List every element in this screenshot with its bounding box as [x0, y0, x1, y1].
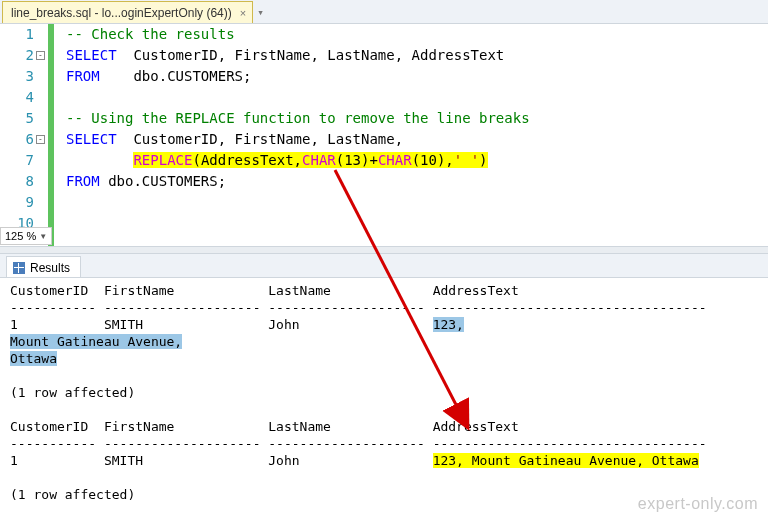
rows-affected: (1 row affected) — [10, 487, 135, 502]
result-row: 1 SMITH John — [10, 317, 433, 332]
file-tab-title: line_breaks.sql - lo...oginExpertOnly (6… — [11, 6, 232, 20]
pin-icon[interactable]: ▾ — [257, 1, 264, 23]
code-area[interactable]: -- Check the resultsSELECT CustomerID, F… — [48, 24, 530, 246]
results-header: CustomerID FirstName LastName AddressTex… — [10, 283, 519, 298]
results-divider: ----------- -------------------- -------… — [10, 436, 707, 451]
change-marker — [48, 24, 54, 246]
results-divider: ----------- -------------------- -------… — [10, 300, 707, 315]
results-pane[interactable]: CustomerID FirstName LastName AddressTex… — [0, 278, 768, 513]
results-tab-label: Results — [30, 261, 70, 275]
zoom-value: 125 % — [5, 230, 36, 242]
close-icon[interactable]: × — [240, 7, 246, 19]
result-row: 1 SMITH John — [10, 453, 433, 468]
horizontal-splitter[interactable]: 125 % ▼ — [0, 246, 768, 254]
grid-icon — [13, 262, 25, 274]
file-tab[interactable]: line_breaks.sql - lo...oginExpertOnly (6… — [2, 1, 253, 23]
watermark: expert-only.com — [638, 495, 758, 513]
fold-icon[interactable]: - — [36, 135, 45, 144]
results-tab-strip: Results — [0, 254, 768, 278]
highlighted-text: 123, Mount Gatineau Avenue, Ottawa — [433, 453, 699, 468]
sql-editor[interactable]: 1 2 3 4 5 6 7 8 9 10 - - -- Check the re… — [0, 24, 768, 246]
results-tab[interactable]: Results — [6, 256, 81, 277]
zoom-selector[interactable]: 125 % ▼ — [0, 227, 52, 245]
selected-text: Ottawa — [10, 351, 57, 366]
selected-text: Mount Gatineau Avenue, — [10, 334, 182, 349]
selected-text: 123, — [433, 317, 464, 332]
rows-affected: (1 row affected) — [10, 385, 135, 400]
results-header: CustomerID FirstName LastName AddressTex… — [10, 419, 519, 434]
line-number-gutter: 1 2 3 4 5 6 7 8 9 10 - - — [0, 24, 48, 246]
tab-strip: line_breaks.sql - lo...oginExpertOnly (6… — [0, 0, 768, 24]
chevron-down-icon: ▼ — [39, 232, 47, 241]
fold-icon[interactable]: - — [36, 51, 45, 60]
